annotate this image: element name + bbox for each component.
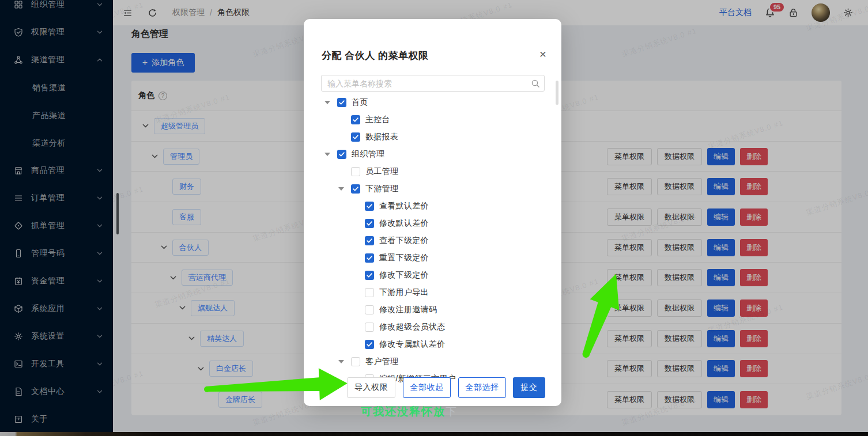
checkbox-unchecked[interactable]: [365, 288, 374, 297]
collapse-all-button[interactable]: 全部收起: [403, 377, 451, 398]
tree-node: 首页: [304, 94, 561, 111]
permission-tree: 首页主控台数据报表组织管理员工管理下游管理查看默认差价修改默认差价查看下级定价重…: [304, 94, 561, 388]
tree-node: 修改注册邀请码: [304, 301, 561, 319]
tree-caret-icon[interactable]: [338, 360, 344, 363]
tree-node-label: 主控台: [365, 115, 390, 125]
tree-caret-icon[interactable]: [324, 153, 330, 156]
checkbox-checked[interactable]: [365, 219, 374, 228]
checkbox-checked[interactable]: [337, 98, 346, 107]
tree-node-label: 重置下级定价: [379, 253, 429, 263]
tree-node: 员工管理: [304, 163, 561, 180]
tree-node-label: 修改默认差价: [379, 218, 429, 229]
select-all-button[interactable]: 全部选择: [458, 377, 506, 398]
tree-node: 修改专属默认差价: [304, 336, 561, 353]
checkbox-unchecked[interactable]: [351, 167, 360, 176]
tree-node: 修改超级会员状态: [304, 319, 561, 336]
tree-node-label: 修改注册邀请码: [379, 305, 437, 315]
tree-node-label: 首页: [352, 97, 368, 108]
tree-node: 下游用户导出: [304, 284, 561, 301]
tree-scrollbar[interactable]: [556, 81, 558, 105]
tree-node: 客户管理: [304, 353, 561, 370]
tree-node-label: 组织管理: [352, 149, 384, 160]
annotation-note: 可我还没释怀放下: [361, 404, 458, 419]
assign-menu-permission-dialog: 分配 合伙人 的菜单权限 × 首页主控台数据报表组织管理员工管理下游管理查看默认…: [304, 19, 561, 406]
tree-caret-icon[interactable]: [324, 101, 330, 104]
tree-node-label: 下游用户导出: [379, 287, 429, 298]
tree-node-label: 数据报表: [365, 132, 398, 142]
submit-button[interactable]: 提交: [513, 377, 545, 398]
tree-node-label: 修改下级定价: [379, 270, 429, 280]
checkbox-checked[interactable]: [351, 132, 360, 142]
tree-node-label: 下游管理: [365, 184, 398, 194]
tree-node-label: 查看默认差价: [379, 201, 429, 211]
tree-node: 主控台: [304, 111, 561, 128]
tree-node: 重置下级定价: [304, 249, 561, 267]
menu-search-input[interactable]: [321, 75, 545, 92]
tree-node: 修改下级定价: [304, 267, 561, 284]
checkbox-checked[interactable]: [365, 271, 374, 280]
tree-node: 查看默认差价: [304, 198, 561, 215]
checkbox-checked[interactable]: [337, 150, 346, 159]
checkbox-checked[interactable]: [365, 340, 374, 349]
checkbox-checked[interactable]: [365, 253, 374, 263]
tree-node: 查看下级定价: [304, 232, 561, 249]
tree-node-label: 客户管理: [365, 357, 398, 367]
checkbox-checked[interactable]: [365, 236, 374, 245]
tree-node: 下游管理: [304, 180, 561, 198]
tree-node: 组织管理: [304, 146, 561, 163]
search-icon: [531, 79, 540, 88]
import-permissions-button[interactable]: 导入权限: [347, 377, 395, 398]
checkbox-unchecked[interactable]: [365, 323, 374, 332]
tree-node-label: 员工管理: [365, 166, 398, 177]
tree-node-label: 修改超级会员状态: [379, 322, 445, 332]
dialog-title: 分配 合伙人 的菜单权限: [322, 49, 428, 62]
desktop-edge-strip: [0, 432, 868, 436]
tree-node: 修改默认差价: [304, 215, 561, 232]
tree-caret-icon[interactable]: [338, 187, 344, 191]
checkbox-unchecked[interactable]: [365, 305, 374, 314]
tree-node-label: 查看下级定价: [379, 236, 429, 246]
checkbox-unchecked[interactable]: [351, 357, 360, 366]
checkbox-checked[interactable]: [365, 202, 374, 211]
close-icon[interactable]: ×: [539, 48, 546, 60]
tree-node: 数据报表: [304, 128, 561, 146]
tree-node-label: 修改专属默认差价: [379, 339, 445, 350]
checkbox-checked[interactable]: [351, 184, 360, 194]
checkbox-checked[interactable]: [351, 115, 360, 124]
